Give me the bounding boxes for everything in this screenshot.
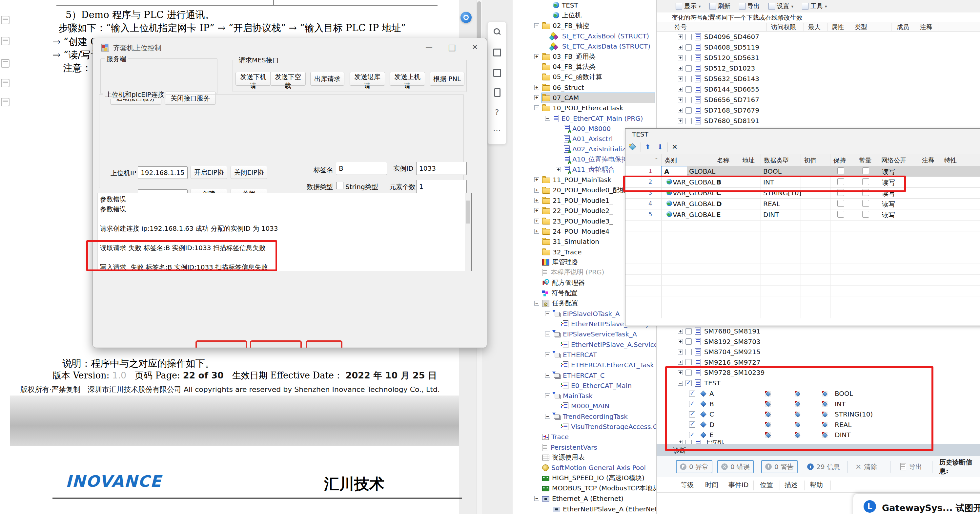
mes-button[interactable]: 发送上机请 (390, 72, 425, 86)
tree-expander-icon[interactable]: − (545, 311, 550, 316)
tree-expander-icon[interactable]: + (534, 229, 539, 234)
page-view-icon[interactable] (492, 88, 501, 97)
variable-row[interactable]: 4VAR_GLOBALDREAL读写 (625, 199, 980, 209)
tree-expander-icon[interactable]: + (534, 198, 539, 203)
doc-nav-icon-4[interactable] (1, 79, 10, 87)
symbol-row[interactable]: +SM8192_SM8703 (657, 337, 980, 347)
tree-item[interactable]: −Ethernet_A (Ethernet) (534, 493, 656, 503)
tree-item[interactable]: +07_CAM (534, 93, 656, 103)
tree-item[interactable]: TEST (545, 0, 656, 10)
symbol-row[interactable]: +SD7168_SD7679 (657, 105, 980, 115)
tree-expander-icon[interactable]: + (534, 188, 539, 193)
diag-chip[interactable]: i29 信息 (804, 460, 843, 473)
symbol-row[interactable]: +SD7680_SD8191 (657, 115, 980, 126)
symbol-checkbox[interactable] (686, 118, 692, 124)
tree-expander-icon[interactable]: − (545, 116, 550, 121)
string-type-checkbox[interactable] (336, 182, 344, 189)
tree-item[interactable]: ETHERCAT.EtherCAT_Task (556, 360, 656, 370)
instance-id-input[interactable] (416, 162, 467, 175)
symbol-checkbox[interactable] (686, 65, 692, 72)
tree-item[interactable]: −TrendRecordingTask (545, 411, 656, 421)
tree-item[interactable]: 上位机 (545, 10, 656, 20)
tree-item[interactable]: 05_FC_函数计算 (534, 72, 656, 82)
tree-item[interactable]: −MainTask (545, 391, 656, 401)
tree-expander-icon[interactable]: + (678, 56, 683, 61)
symbol-checkbox[interactable] (686, 44, 692, 51)
variable-editor-titlebar[interactable]: TEST (625, 129, 980, 140)
symbol-checkbox[interactable] (686, 359, 692, 365)
tree-item[interactable]: −02_FB_轴控 (534, 21, 656, 31)
more-icon[interactable]: ⋯ (492, 126, 501, 135)
constant-checkbox[interactable] (862, 200, 869, 207)
symbol-row[interactable]: +SM8704_SM9215 (657, 346, 980, 357)
dialog-titlebar[interactable]: 齐套机上位控制 — □ ✕ (93, 38, 487, 57)
tree-item[interactable]: −10_POU_EthercatTask (534, 103, 656, 113)
tree-expander-icon[interactable]: − (545, 352, 550, 357)
symbol-row[interactable]: +SD4608_SD5119 (657, 42, 980, 53)
hidden-button-3[interactable] (305, 340, 342, 348)
tree-item[interactable]: HIGH_SPEED_IO (高速IO模块) (534, 473, 656, 483)
retain-checkbox[interactable] (837, 200, 844, 207)
symbol-row[interactable]: +SD5632_SD6143 (657, 73, 980, 84)
tree-expander-icon[interactable]: − (534, 301, 539, 306)
symbol-row[interactable]: +SD6144_SD6655 (657, 84, 980, 94)
close-button[interactable]: ✕ (468, 41, 482, 54)
symbol-checkbox[interactable] (686, 55, 692, 61)
variable-row[interactable]: 5VAR_GLOBALEDINT读写 (625, 209, 980, 220)
export-button[interactable]: 导出 (894, 460, 925, 473)
doc-nav-icon-5[interactable] (1, 98, 10, 106)
tree-item[interactable]: Trace (534, 432, 656, 442)
doc-nav-icon-3[interactable] (1, 59, 10, 68)
symbol-toolbar-item[interactable]: 导出 (739, 2, 760, 11)
tree-expander-icon[interactable]: − (545, 414, 550, 419)
symbol-toolbar-item[interactable]: 设置▾ (768, 2, 794, 11)
symbol-row[interactable]: +SD512_SD1023 (657, 63, 980, 73)
tree-item[interactable]: E0_EtherCAT_Main (556, 380, 656, 391)
tree-item[interactable]: EtherNetIPSlave_A (EtherNet/IP Adapter) (545, 504, 656, 514)
constant-checkbox[interactable] (862, 168, 869, 174)
move-up-icon[interactable]: ⬆ (643, 142, 652, 152)
assistant-badge-icon[interactable] (460, 12, 472, 23)
hidden-button-1[interactable] (196, 340, 247, 348)
help-icon[interactable]: ? (492, 108, 501, 117)
tree-item[interactable]: M000_MAIN (556, 401, 656, 411)
tree-expander-icon[interactable]: + (534, 95, 539, 100)
tree-expander-icon[interactable]: − (534, 105, 539, 110)
tree-expander-icon[interactable]: − (545, 393, 550, 398)
symbol-checkbox[interactable] (686, 107, 692, 113)
tree-expander-icon[interactable]: + (678, 329, 683, 334)
symbol-checkbox[interactable] (686, 338, 692, 345)
open-eip-button[interactable]: 开启EIP协 (191, 166, 227, 179)
mes-button[interactable]: 根据 PNL (430, 72, 465, 86)
tree-expander-icon[interactable]: + (678, 45, 683, 50)
symbol-checkbox[interactable] (686, 86, 692, 93)
tree-item[interactable]: St_ETC_AxisData (STRUCT) (545, 41, 656, 51)
tree-expander-icon[interactable]: + (534, 54, 539, 59)
tree-expander-icon[interactable]: + (534, 177, 539, 182)
mes-button[interactable]: 发送退库请 (350, 72, 385, 86)
delete-icon[interactable]: ✕ (670, 142, 679, 152)
tree-expander-icon[interactable]: + (678, 118, 683, 123)
symbol-row[interactable]: +SM7680_SM8191 (657, 326, 980, 337)
maximize-button[interactable]: □ (444, 41, 460, 54)
tree-item[interactable]: 04_FB_算法类 (534, 62, 656, 72)
tree-expander-icon[interactable]: + (678, 360, 683, 365)
symbol-checkbox[interactable] (686, 349, 692, 355)
symbol-checkbox[interactable] (686, 328, 692, 334)
hidden-button-2[interactable] (250, 340, 302, 348)
symbol-checkbox[interactable] (686, 97, 692, 103)
symbol-checkbox[interactable] (686, 76, 692, 82)
tree-item[interactable]: VisuTrendStorageAccess.Glob... (556, 421, 656, 432)
tree-item[interactable]: −ETHERCAT_C (545, 370, 656, 380)
tree-item[interactable]: EtherNetIPSlave_A.ServiceC... (556, 339, 656, 350)
symbol-row[interactable]: +SM9216_SM9727 (657, 357, 980, 368)
symbol-toolbar-item[interactable]: 显示▾ (676, 2, 701, 11)
host-ip-input[interactable] (138, 166, 188, 179)
tree-expander-icon[interactable]: − (545, 373, 550, 378)
symbol-toolbar-item[interactable]: 刷新 (710, 2, 730, 11)
tree-expander-icon[interactable]: + (678, 87, 683, 92)
symbol-checkbox[interactable] (686, 34, 692, 40)
minimize-button[interactable]: — (422, 41, 436, 54)
tree-item[interactable]: St_ETC_AxisBool (STRUCT) (545, 31, 656, 41)
tree-expander-icon[interactable]: + (678, 350, 683, 354)
